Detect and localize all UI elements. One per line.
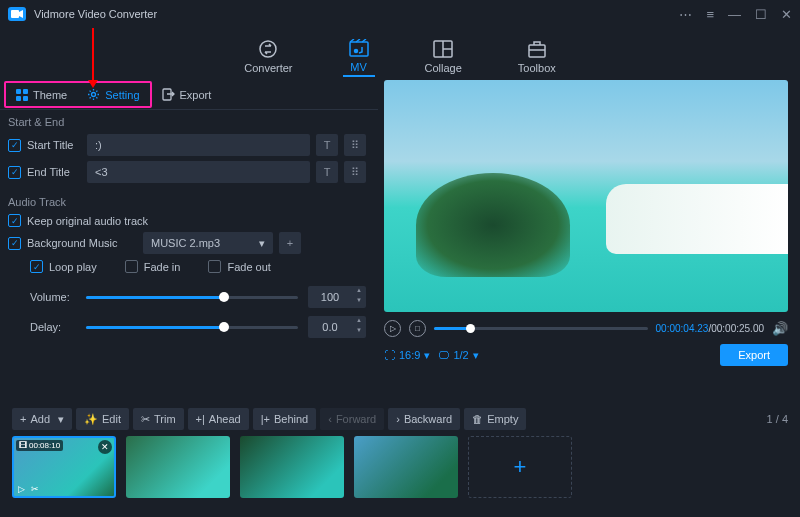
svg-rect-10 [23, 89, 28, 94]
chevron-down-icon: ▾ [424, 349, 430, 362]
spinner-up-icon[interactable]: ▲ [352, 287, 366, 297]
annotation-highlight: Theme Setting [4, 81, 152, 108]
player-controls: ▷ □ 00:00:04.23/00:00:25.00 🔊 [384, 318, 788, 338]
menu-icon[interactable]: ≡ [706, 7, 714, 22]
feedback-icon[interactable]: ⋯ [679, 7, 692, 22]
page-info: 1 / 4 [767, 413, 788, 425]
info-icon[interactable]: ✂ [31, 484, 39, 494]
bg-music-label: Background Music [27, 237, 137, 249]
volume-spinner[interactable]: 100 ▲▼ [308, 286, 366, 308]
checkbox-keep-original[interactable]: ✓ [8, 214, 21, 227]
spinner-down-icon[interactable]: ▼ [352, 327, 366, 337]
delay-spinner[interactable]: 0.0 ▲▼ [308, 316, 366, 338]
ahead-button[interactable]: +|Ahead [188, 408, 249, 430]
tab-collage[interactable]: Collage [419, 37, 468, 76]
checkbox-fade-in[interactable]: ✓ [125, 260, 138, 273]
checkbox-end-title[interactable]: ✓ [8, 166, 21, 179]
settings-panel: Theme Setting Export Start & End ✓ Start… [0, 80, 378, 402]
theme-icon [16, 89, 28, 101]
checkbox-bg-music[interactable]: ✓ [8, 237, 21, 250]
add-clip-button[interactable]: + [468, 436, 572, 498]
svg-rect-11 [16, 96, 21, 101]
svg-point-1 [260, 41, 276, 57]
export-icon [162, 88, 175, 101]
audio-track-heading: Audio Track [8, 196, 366, 208]
volume-slider[interactable] [86, 296, 298, 299]
end-title-input[interactable] [87, 161, 310, 183]
maximize-icon[interactable]: ☐ [755, 7, 767, 22]
stop-button[interactable]: □ [409, 320, 426, 337]
svg-point-13 [92, 93, 96, 97]
checkbox-loop[interactable]: ✓ [30, 260, 43, 273]
checkbox-start-title[interactable]: ✓ [8, 139, 21, 152]
checkbox-fade-out[interactable]: ✓ [208, 260, 221, 273]
duration-badge: 🎞00:08:10 [16, 440, 63, 451]
chevron-down-icon: ▾ [259, 237, 265, 250]
skip-end-icon: |+ [261, 413, 270, 425]
bg-music-select[interactable]: MUSIC 2.mp3 ▾ [143, 232, 273, 254]
magic-icon: ✨ [84, 413, 98, 426]
edit-button[interactable]: ✨Edit [76, 408, 129, 430]
text-style-button[interactable]: T [316, 134, 338, 156]
behind-button[interactable]: |+Behind [253, 408, 317, 430]
clip-thumbnail[interactable] [126, 436, 230, 498]
progress-bar[interactable] [434, 327, 648, 330]
grid-button[interactable]: ⠿ [344, 134, 366, 156]
aspect-ratio-select[interactable]: ⛶ 16:9 ▾ [384, 349, 430, 362]
export-button[interactable]: Export [720, 344, 788, 366]
sub-tab-theme[interactable]: Theme [6, 83, 77, 106]
gear-icon [87, 88, 100, 101]
delay-label: Delay: [30, 321, 76, 333]
add-button[interactable]: +Add▾ [12, 408, 72, 430]
spinner-up-icon[interactable]: ▲ [352, 317, 366, 327]
volume-icon[interactable]: 🔊 [772, 321, 788, 336]
play-icon[interactable]: ▷ [18, 484, 25, 494]
main-tabs: Converter MV Collage Toolbox [0, 28, 800, 80]
display-scale-select[interactable]: 🖵 1/2 ▾ [438, 349, 478, 362]
mv-icon [349, 38, 369, 58]
end-title-label: End Title [27, 166, 81, 178]
clip-toolbar: +Add▾ ✨Edit ✂Trim +|Ahead |+Behind ‹Forw… [0, 402, 800, 436]
collage-icon [433, 39, 453, 59]
thumbnail-strip: 🎞00:08:10 ✕ ▷✂ + [0, 436, 800, 510]
empty-button[interactable]: 🗑Empty [464, 408, 526, 430]
preview-panel: ▷ □ 00:00:04.23/00:00:25.00 🔊 ⛶ 16:9 ▾ 🖵… [378, 80, 800, 402]
video-preview[interactable] [384, 80, 788, 312]
app-title: Vidmore Video Converter [34, 8, 679, 20]
start-title-input[interactable] [87, 134, 310, 156]
converter-icon [258, 39, 278, 59]
play-button[interactable]: ▷ [384, 320, 401, 337]
sub-tab-export[interactable]: Export [152, 83, 222, 106]
close-icon[interactable]: ✕ [781, 7, 792, 22]
remove-clip-button[interactable]: ✕ [98, 440, 112, 454]
tab-converter[interactable]: Converter [238, 37, 298, 76]
backward-button[interactable]: ›Backward [388, 408, 460, 430]
forward-button[interactable]: ‹Forward [320, 408, 384, 430]
annotation-arrow [92, 28, 94, 82]
plus-icon: + [20, 413, 26, 425]
svg-rect-7 [529, 45, 545, 57]
start-title-label: Start Title [27, 139, 81, 151]
trim-button[interactable]: ✂Trim [133, 408, 184, 430]
svg-rect-12 [23, 96, 28, 101]
clip-thumbnail[interactable]: 🎞00:08:10 ✕ ▷✂ [12, 436, 116, 498]
trash-icon: 🗑 [472, 413, 483, 425]
spinner-down-icon[interactable]: ▼ [352, 297, 366, 307]
minimize-icon[interactable]: — [728, 7, 741, 22]
tab-mv[interactable]: MV [343, 36, 375, 77]
title-bar: Vidmore Video Converter ⋯ ≡ — ☐ ✕ [0, 0, 800, 28]
add-music-button[interactable]: + [279, 232, 301, 254]
volume-label: Volume: [30, 291, 76, 303]
scissors-icon: ✂ [141, 413, 150, 426]
text-style-button[interactable]: T [316, 161, 338, 183]
film-icon: 🎞 [19, 441, 27, 450]
svg-point-3 [354, 49, 357, 52]
clip-thumbnail[interactable] [354, 436, 458, 498]
clip-thumbnail[interactable] [240, 436, 344, 498]
svg-rect-9 [16, 89, 21, 94]
start-end-heading: Start & End [8, 116, 366, 128]
grid-button[interactable]: ⠿ [344, 161, 366, 183]
monitor-icon: 🖵 [438, 349, 449, 361]
tab-toolbox[interactable]: Toolbox [512, 37, 562, 76]
delay-slider[interactable] [86, 326, 298, 329]
